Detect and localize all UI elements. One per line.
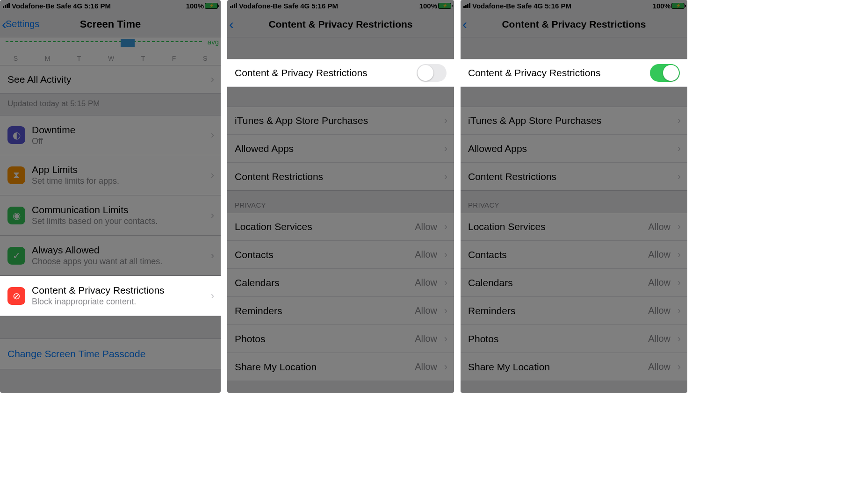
network-label: 4G (300, 2, 310, 10)
chevron-right-icon: › (211, 73, 214, 86)
share-location-row[interactable]: Share My Location Allow › (461, 353, 687, 381)
contacts-icon: ◉ (7, 207, 25, 224)
battery-percent: 100% (186, 2, 204, 10)
content-privacy-toggle-row[interactable]: Content & Privacy Restrictions (227, 59, 454, 87)
privacy-section-header: PRIVACY (227, 191, 454, 213)
content-privacy-toggle-row[interactable]: Content & Privacy Restrictions (461, 59, 687, 87)
chevron-right-icon: › (211, 209, 214, 222)
back-button[interactable]: ‹ (461, 16, 466, 32)
row-label: Reminders (235, 305, 282, 317)
clock-label: 5:16 PM (545, 2, 571, 10)
contacts-row[interactable]: Contacts Allow › (461, 241, 687, 269)
screenshot-1: Vodafone-Be Safe 4G 5:16 PM 100% ⚡ ‹ Set… (0, 0, 221, 393)
calendars-row[interactable]: Calendars Allow › (227, 269, 454, 297)
day-label: W (108, 55, 114, 62)
spacer (227, 87, 454, 107)
status-bar: Vodafone-Be Safe 4G 5:16 PM 100% ⚡ (227, 0, 454, 11)
page-title: Content & Privacy Restrictions (227, 19, 454, 30)
share-location-row[interactable]: Share My Location Allow › (227, 353, 454, 381)
chevron-right-icon: › (211, 129, 214, 141)
screenshot-2: Vodafone-Be Safe 4G 5:16 PM 100% ⚡ ‹ Con… (227, 0, 454, 393)
status-bar: Vodafone-Be Safe 4G 5:16 PM 100% ⚡ (0, 0, 221, 11)
spacer (461, 37, 687, 59)
row-label: Always Allowed (32, 245, 162, 256)
clock-label: 5:16 PM (311, 2, 338, 10)
toggle-label: Content & Privacy Restrictions (235, 67, 368, 79)
chevron-right-icon: › (444, 143, 447, 155)
row-value: Allow (415, 249, 437, 260)
row-label: Share My Location (235, 361, 317, 373)
chevron-right-icon: › (444, 361, 447, 373)
location-services-row[interactable]: Location Services Allow › (227, 213, 454, 241)
signal-icon (3, 3, 10, 8)
back-label: Settings (6, 19, 39, 29)
chart-bar (121, 39, 135, 47)
chevron-left-icon: ‹ (229, 16, 234, 32)
chevron-right-icon: › (211, 250, 214, 262)
see-all-activity-row[interactable]: See All Activity › (0, 65, 221, 94)
day-label: T (77, 55, 81, 62)
change-passcode-button[interactable]: Change Screen Time Passcode (0, 338, 221, 369)
battery-icon: ⚡ (205, 3, 218, 9)
reminders-row[interactable]: Reminders Allow › (227, 297, 454, 325)
row-label: iTunes & App Store Purchases (235, 115, 368, 126)
row-label: Calendars (468, 277, 513, 288)
spacer (461, 87, 687, 107)
location-services-row[interactable]: Location Services Allow › (461, 213, 687, 241)
photos-row[interactable]: Photos Allow › (227, 325, 454, 353)
content-restrictions-row[interactable]: Content Restrictions › (227, 163, 454, 191)
battery-percent: 100% (419, 2, 437, 10)
chevron-right-icon: › (678, 361, 681, 373)
carrier-label: Vodafone-Be Safe (472, 2, 532, 10)
row-label: Contacts (468, 249, 507, 260)
link-label: Change Screen Time Passcode (7, 348, 145, 359)
toggle-switch[interactable] (650, 64, 680, 82)
privacy-section-header: PRIVACY (461, 191, 687, 213)
toggle-switch[interactable] (417, 64, 447, 82)
back-button[interactable]: ‹ Settings (0, 16, 39, 32)
row-sub: Block inappropriate content. (32, 297, 165, 307)
usage-chart[interactable]: avg S M T W T F S (0, 37, 221, 65)
row-value: Allow (415, 277, 437, 288)
allowed-apps-row[interactable]: Allowed Apps › (461, 135, 687, 163)
row-label: Reminders (468, 305, 516, 317)
itunes-purchases-row[interactable]: iTunes & App Store Purchases › (461, 107, 687, 135)
content-restrictions-row[interactable]: Content Restrictions › (461, 163, 687, 191)
downtime-icon: ◐ (7, 126, 25, 144)
communication-limits-row[interactable]: ◉ Communication Limits Set limits based … (0, 195, 221, 236)
chevron-right-icon: › (211, 290, 214, 302)
page-title: Content & Privacy Restrictions (461, 19, 687, 30)
itunes-purchases-row[interactable]: iTunes & App Store Purchases › (227, 107, 454, 135)
chevron-right-icon: › (678, 277, 681, 289)
contacts-row[interactable]: Contacts Allow › (227, 241, 454, 269)
row-label: Allowed Apps (235, 143, 294, 154)
calendars-row[interactable]: Calendars Allow › (461, 269, 687, 297)
day-label: T (141, 55, 145, 62)
signal-icon (463, 3, 470, 8)
chevron-right-icon: › (678, 115, 681, 127)
reminders-row[interactable]: Reminders Allow › (461, 297, 687, 325)
always-allowed-row[interactable]: ✓ Always Allowed Choose apps you want at… (0, 236, 221, 276)
row-label: Communication Limits (32, 204, 158, 216)
chevron-right-icon: › (444, 333, 447, 345)
nav-bar: ‹ Content & Privacy Restrictions (227, 11, 454, 37)
allowed-apps-row[interactable]: Allowed Apps › (227, 135, 454, 163)
chevron-right-icon: › (444, 305, 447, 317)
photos-row[interactable]: Photos Allow › (461, 325, 687, 353)
row-label: Photos (235, 333, 265, 345)
content-privacy-row[interactable]: ⊘ Content & Privacy Restrictions Block i… (0, 276, 221, 316)
back-button[interactable]: ‹ (227, 16, 233, 32)
row-value: Allow (648, 361, 670, 372)
chart-avg-label: avg (208, 38, 219, 46)
network-label: 4G (533, 2, 543, 10)
row-sub: Set time limits for apps. (32, 176, 119, 186)
app-limits-row[interactable]: ⧗ App Limits Set time limits for apps. › (0, 155, 221, 195)
carrier-label: Vodafone-Be Safe (239, 2, 298, 10)
clock-label: 5:16 PM (84, 2, 111, 10)
row-label: See All Activity (7, 74, 72, 85)
downtime-row[interactable]: ◐ Downtime Off › (0, 115, 221, 155)
row-label: Location Services (468, 221, 546, 232)
day-label: S (14, 55, 18, 62)
row-label: Content Restrictions (468, 171, 556, 182)
chevron-right-icon: › (444, 115, 447, 127)
